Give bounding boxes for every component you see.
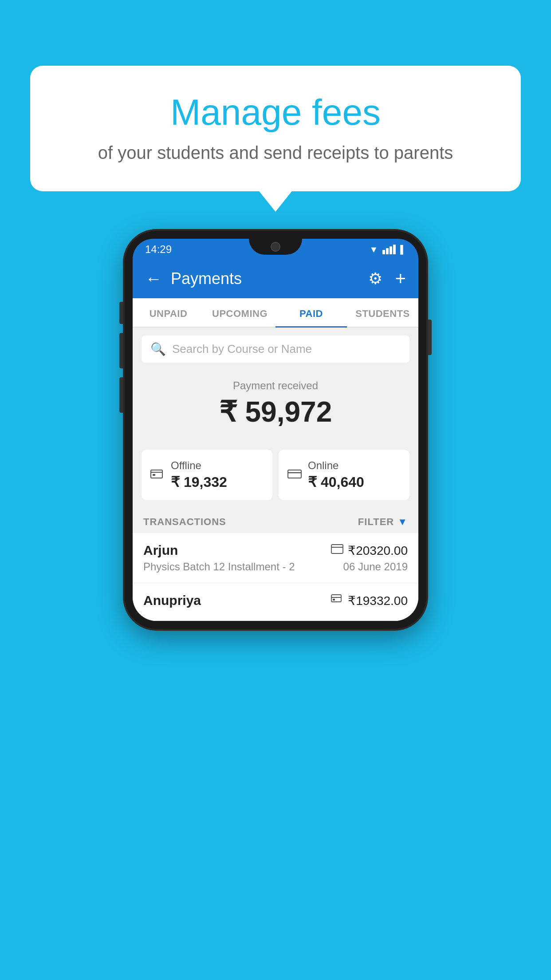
offline-label: Offline	[171, 459, 227, 472]
speech-bubble: Manage fees of your students and send re…	[30, 66, 521, 191]
power-button	[428, 320, 432, 355]
phone-device: 14:29 ▼ ▌ ← Payments ⚙	[125, 231, 426, 629]
card-payment-icon	[331, 544, 343, 557]
transaction-course: Physics Batch 12 Installment - 2	[143, 561, 295, 573]
transaction-date: 06 June 2019	[343, 561, 408, 573]
payment-cards-row: Offline ₹ 19,332 Online ₹ 40,640	[133, 450, 418, 509]
transaction-name: Arjun	[143, 543, 178, 558]
transaction-amount: ₹19332.00	[348, 593, 408, 608]
tab-upcoming[interactable]: UPCOMING	[204, 298, 276, 327]
table-row[interactable]: Anupriya ₹19332.00	[133, 583, 418, 621]
online-amount: ₹ 40,640	[308, 474, 364, 490]
speech-bubble-title: Manage fees	[51, 92, 500, 132]
offline-payment-icon	[150, 467, 165, 483]
svg-rect-9	[333, 599, 335, 601]
volume-up-button	[119, 333, 123, 368]
tab-unpaid[interactable]: UNPAID	[133, 298, 204, 327]
offline-payment-card: Offline ₹ 19,332	[142, 450, 272, 500]
transaction-amount-row: ₹20320.00	[331, 543, 408, 558]
search-icon: 🔍	[150, 342, 166, 356]
payment-received-label: Payment received	[142, 379, 409, 392]
mute-button	[119, 302, 123, 324]
phone-frame: 14:29 ▼ ▌ ← Payments ⚙	[125, 231, 426, 629]
search-bar[interactable]: 🔍 Search by Course or Name	[142, 336, 409, 363]
online-payment-card: Online ₹ 40,640	[279, 450, 409, 500]
signal-icon	[382, 245, 396, 254]
status-time: 14:29	[145, 243, 172, 259]
front-camera	[271, 242, 280, 252]
tab-students[interactable]: STUDENTS	[347, 298, 418, 327]
add-button[interactable]: +	[395, 268, 406, 289]
filter-label: FILTER	[358, 516, 394, 528]
speech-bubble-subtitle: of your students and send receipts to pa…	[51, 143, 500, 163]
offline-payment-icon	[331, 594, 343, 607]
online-card-content: Online ₹ 40,640	[308, 459, 364, 490]
battery-icon: ▌	[400, 245, 406, 254]
page-title: Payments	[171, 269, 359, 288]
transaction-amount-row: ₹19332.00	[331, 593, 408, 608]
transaction-top-row: Arjun ₹20320.00	[143, 543, 408, 558]
transaction-top-row: Anupriya ₹19332.00	[143, 593, 408, 608]
payment-total-amount: ₹ 59,972	[142, 395, 409, 428]
offline-amount: ₹ 19,332	[171, 474, 227, 490]
svg-rect-3	[288, 470, 301, 478]
transactions-header: TRANSACTIONS FILTER ▼	[133, 509, 418, 533]
status-bar: 14:29 ▼ ▌	[133, 239, 418, 259]
wifi-icon: ▼	[369, 245, 378, 255]
online-label: Online	[308, 459, 364, 472]
svg-rect-0	[151, 470, 162, 478]
transaction-name: Anupriya	[143, 593, 201, 608]
online-payment-icon	[287, 467, 302, 483]
filter-button[interactable]: FILTER ▼	[358, 516, 408, 528]
transaction-bottom-row: Physics Batch 12 Installment - 2 06 June…	[143, 561, 408, 573]
settings-icon[interactable]: ⚙	[368, 269, 382, 288]
app-header: ← Payments ⚙ +	[133, 259, 418, 298]
table-row[interactable]: Arjun ₹20320.00 Physics Batch 12 Install…	[133, 533, 418, 583]
search-input[interactable]: Search by Course or Name	[172, 342, 312, 356]
svg-rect-5	[331, 545, 343, 553]
filter-icon: ▼	[398, 516, 408, 528]
svg-rect-2	[153, 474, 155, 476]
svg-rect-7	[331, 595, 341, 602]
search-container: 🔍 Search by Course or Name	[133, 328, 418, 371]
tab-paid[interactable]: PAID	[276, 298, 347, 327]
status-icons: ▼ ▌	[369, 245, 406, 258]
tabs-bar: UNPAID UPCOMING PAID STUDENTS	[133, 298, 418, 328]
transaction-amount: ₹20320.00	[348, 543, 408, 558]
payment-summary: Payment received ₹ 59,972	[133, 371, 418, 450]
phone-screen: ← Payments ⚙ + UNPAID UPCOMING PAID STUD…	[133, 259, 418, 621]
volume-down-button	[119, 377, 123, 413]
transactions-label: TRANSACTIONS	[143, 516, 226, 528]
back-button[interactable]: ←	[145, 269, 162, 288]
offline-card-content: Offline ₹ 19,332	[171, 459, 227, 490]
phone-notch	[249, 239, 302, 255]
